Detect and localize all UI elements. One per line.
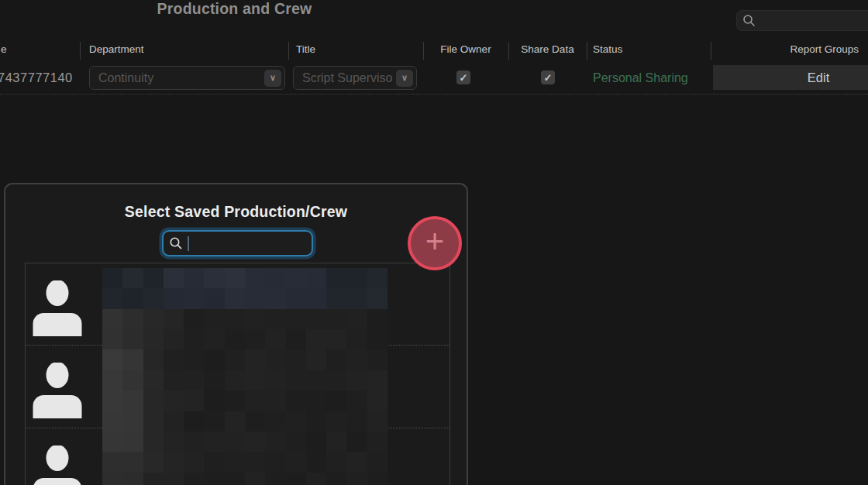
status-badge: Personal Sharing bbox=[593, 71, 688, 85]
plus-icon: + bbox=[425, 225, 445, 258]
department-select[interactable]: Continuity ∨ bbox=[89, 66, 285, 90]
column-separator bbox=[587, 42, 587, 60]
global-search-input[interactable] bbox=[760, 15, 868, 27]
column-separator bbox=[80, 42, 81, 60]
title-select-value: Script Superviso bbox=[302, 71, 396, 85]
chevron-down-icon[interactable]: ∨ bbox=[396, 70, 413, 87]
redacted-content-blur bbox=[102, 268, 388, 485]
checkmark-icon: ✓ bbox=[544, 72, 553, 84]
text-cursor bbox=[188, 236, 189, 251]
column-header-department: Department bbox=[89, 43, 144, 59]
column-header-phone: e bbox=[1, 43, 7, 59]
person-icon bbox=[33, 363, 82, 418]
add-production-crew-button[interactable]: + bbox=[408, 216, 462, 270]
person-icon bbox=[33, 280, 82, 336]
dialog-title: Select Saved Production/Crew bbox=[5, 203, 467, 221]
person-icon bbox=[33, 445, 82, 485]
chevron-down-icon[interactable]: ∨ bbox=[264, 70, 281, 87]
column-header-title: Title bbox=[296, 43, 315, 59]
page-title: Production and Crew bbox=[0, 0, 469, 18]
column-header-status: Status bbox=[593, 43, 622, 59]
column-header-report-groups: Report Groups bbox=[711, 43, 859, 59]
column-separator bbox=[288, 42, 289, 60]
phone-value: 7437777140 bbox=[0, 71, 73, 85]
checkmark-icon: ✓ bbox=[460, 72, 468, 84]
dialog-search-input[interactable] bbox=[194, 237, 294, 250]
column-header-share-data: Share Data bbox=[508, 43, 587, 59]
title-select[interactable]: Script Superviso ∨ bbox=[293, 66, 417, 90]
department-select-value: Continuity bbox=[98, 71, 264, 85]
edit-report-groups-button[interactable]: Edit bbox=[713, 65, 868, 90]
search-icon bbox=[742, 14, 756, 27]
column-header-file-owner: File Owner bbox=[423, 43, 508, 59]
dialog-search-field[interactable] bbox=[162, 230, 313, 256]
share-data-checkbox[interactable]: ✓ bbox=[541, 71, 555, 84]
search-icon bbox=[169, 236, 183, 250]
global-search-field[interactable] bbox=[736, 10, 868, 31]
select-production-crew-dialog: Select Saved Production/Crew + bbox=[4, 183, 468, 485]
file-owner-checkbox[interactable]: ✓ bbox=[456, 71, 470, 84]
